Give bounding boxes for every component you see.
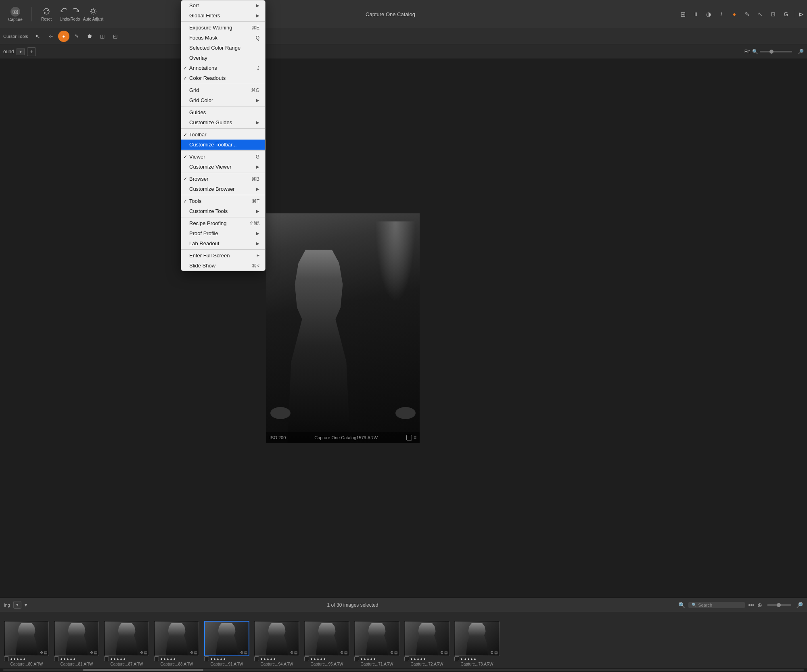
- auto-adjust-button[interactable]: Auto Adjust: [83, 3, 104, 25]
- menu-item-customize-browser[interactable]: Customize Browser ▶: [181, 184, 265, 194]
- thumb-checkbox-9[interactable]: [454, 656, 459, 661]
- zoom-to-fit-icon[interactable]: 🔎: [798, 49, 804, 54]
- zoom-controls[interactable]: 🔍: [752, 49, 792, 54]
- cursor-tool-circle[interactable]: ●: [58, 31, 69, 42]
- thumb-meta-5[interactable]: ▤: [294, 651, 298, 655]
- menu-item-overlay[interactable]: Overlay: [181, 53, 265, 63]
- thumbnail-5[interactable]: ⚙ ▤: [254, 621, 299, 656]
- thumb-gear-4[interactable]: ⚙: [240, 651, 243, 655]
- thumbnail-4[interactable]: ⚙ ▤: [204, 621, 249, 656]
- thumb-meta-7[interactable]: ▤: [394, 651, 398, 655]
- thumb-gear-2[interactable]: ⚙: [140, 651, 143, 655]
- capture-button[interactable]: Capture: [3, 7, 27, 22]
- menu-item-exposure-warning[interactable]: Exposure Warning ⌘E: [181, 23, 265, 33]
- cursor-tool-pen[interactable]: ✎: [71, 31, 82, 42]
- thumb-gear-6[interactable]: ⚙: [340, 651, 343, 655]
- cursor-tool-eraser[interactable]: ◫: [97, 31, 108, 42]
- menu-item-grid[interactable]: Grid ⌘G: [181, 85, 265, 95]
- scrollbar-track[interactable]: [3, 669, 804, 671]
- menu-item-annotations[interactable]: Annotations J: [181, 63, 265, 73]
- thumb-meta-2[interactable]: ▤: [144, 651, 148, 655]
- thumb-checkbox-6[interactable]: [304, 656, 309, 661]
- right-toolbar-icon-4[interactable]: /: [716, 8, 727, 20]
- thumb-gear-8[interactable]: ⚙: [440, 651, 443, 655]
- right-toolbar-icon-2[interactable]: ⏸: [690, 8, 701, 20]
- menu-item-enter-full-screen[interactable]: Enter Full Screen F: [181, 250, 265, 261]
- menu-item-sort[interactable]: Sort ▶: [181, 0, 265, 10]
- right-toolbar-icon-5[interactable]: ●: [729, 8, 740, 20]
- photo-checkbox[interactable]: [406, 435, 412, 440]
- menu-item-global-filters[interactable]: Global Filters ▶: [181, 10, 265, 21]
- reset-button[interactable]: Reset: [36, 3, 57, 25]
- thumbnail-2[interactable]: ⚙ ▤: [104, 621, 149, 656]
- menu-item-slide-show[interactable]: Slide Show ⌘<: [181, 261, 265, 271]
- thumbnail-3[interactable]: ⚙ ▤: [154, 621, 199, 656]
- filter-dropdown-arrow[interactable]: ▾: [25, 602, 27, 608]
- menu-item-customize-toolbar[interactable]: Customize Toolbar...: [181, 140, 265, 150]
- thumb-meta-1[interactable]: ▤: [94, 651, 98, 655]
- thumb-checkbox-8[interactable]: [404, 656, 409, 661]
- cursor-tool-crosshair[interactable]: ⊹: [45, 31, 56, 42]
- filmstrip-search-icon-right[interactable]: 🔎: [796, 602, 803, 608]
- scrollbar-thumb[interactable]: [83, 669, 203, 671]
- menu-item-color-readouts[interactable]: Color Readouts: [181, 73, 265, 83]
- thumb-meta-6[interactable]: ▤: [344, 651, 348, 655]
- menu-item-proof-profile[interactable]: Proof Profile ▶: [181, 228, 265, 238]
- thumbnail-0[interactable]: ⚙ ▤: [4, 621, 49, 656]
- menu-item-focus-mask[interactable]: Focus Mask Q: [181, 33, 265, 43]
- filmstrip-expand-button[interactable]: ⊕: [757, 602, 762, 608]
- thumb-gear-5[interactable]: ⚙: [290, 651, 293, 655]
- background-dropdown[interactable]: ▾: [17, 48, 25, 55]
- thumb-meta-9[interactable]: ▤: [494, 651, 498, 655]
- thumb-gear-0[interactable]: ⚙: [40, 651, 43, 655]
- right-toolbar-icon-8[interactable]: ⊡: [767, 8, 779, 20]
- right-toolbar-icon-3[interactable]: ◑: [703, 8, 714, 20]
- menu-item-recipe-proofing[interactable]: Recipe Proofing ⇧⌘\: [181, 218, 265, 228]
- photo-info-icon[interactable]: ≡: [414, 435, 416, 440]
- thumbnail-1[interactable]: ⚙ ▤: [54, 621, 99, 656]
- right-toolbar-icon-1[interactable]: ⊞: [677, 8, 688, 20]
- right-toolbar-icon-6[interactable]: ✎: [742, 8, 753, 20]
- menu-item-viewer[interactable]: Viewer G: [181, 152, 265, 162]
- thumb-checkbox-7[interactable]: [354, 656, 359, 661]
- thumb-gear-9[interactable]: ⚙: [490, 651, 493, 655]
- thumb-checkbox-5[interactable]: [254, 656, 259, 661]
- thumb-checkbox-3[interactable]: [154, 656, 159, 661]
- menu-item-guides[interactable]: Guides: [181, 107, 265, 117]
- menu-item-browser[interactable]: Browser ⌘B: [181, 174, 265, 184]
- filmstrip-more-button[interactable]: •••: [748, 602, 754, 608]
- right-toolbar-icon-7[interactable]: ↖: [755, 8, 766, 20]
- cursor-tool-arrow[interactable]: ↖: [32, 31, 44, 42]
- thumb-checkbox-4[interactable]: [204, 656, 209, 661]
- zoom-slider[interactable]: [760, 51, 792, 52]
- thumb-checkbox-2[interactable]: [104, 656, 109, 661]
- right-expand-icon[interactable]: ⊳: [799, 10, 804, 18]
- menu-item-grid-color[interactable]: Grid Color ▶: [181, 95, 265, 105]
- filmstrip-zoom-slider[interactable]: [767, 604, 791, 606]
- menu-item-customize-tools[interactable]: Customize Tools ▶: [181, 206, 265, 216]
- search-icon[interactable]: 🔍: [678, 602, 685, 608]
- thumbnail-7[interactable]: ⚙ ▤: [354, 621, 399, 656]
- menu-item-customize-viewer[interactable]: Customize Viewer ▶: [181, 162, 265, 172]
- filmstrip-scrollbar[interactable]: [0, 668, 807, 672]
- thumbnail-6[interactable]: ⚙ ▤: [304, 621, 349, 656]
- thumb-gear-3[interactable]: ⚙: [190, 651, 193, 655]
- thumb-meta-8[interactable]: ▤: [444, 651, 448, 655]
- sort-dropdown[interactable]: ▾: [13, 601, 21, 609]
- menu-item-tools[interactable]: Tools ⌘T: [181, 196, 265, 206]
- thumb-checkbox-0[interactable]: [4, 656, 9, 661]
- undo-redo-button[interactable]: Undo/Redo: [59, 3, 80, 25]
- thumb-meta-0[interactable]: ▤: [44, 651, 48, 655]
- thumb-meta-4[interactable]: ▤: [244, 651, 248, 655]
- cursor-tool-brush[interactable]: ⬟: [84, 31, 95, 42]
- thumbnail-8[interactable]: ⚙ ▤: [404, 621, 449, 656]
- thumb-gear-1[interactable]: ⚙: [90, 651, 93, 655]
- zoom-out-icon[interactable]: 🔍: [752, 49, 758, 54]
- menu-item-toolbar[interactable]: Toolbar: [181, 129, 265, 140]
- thumb-gear-7[interactable]: ⚙: [390, 651, 393, 655]
- right-toolbar-icon-g[interactable]: G: [780, 8, 792, 20]
- thumb-meta-3[interactable]: ▤: [194, 651, 198, 655]
- menu-item-selected-color-range[interactable]: Selected Color Range: [181, 43, 265, 53]
- cursor-tool-select[interactable]: ◰: [110, 31, 121, 42]
- thumb-checkbox-1[interactable]: [54, 656, 59, 661]
